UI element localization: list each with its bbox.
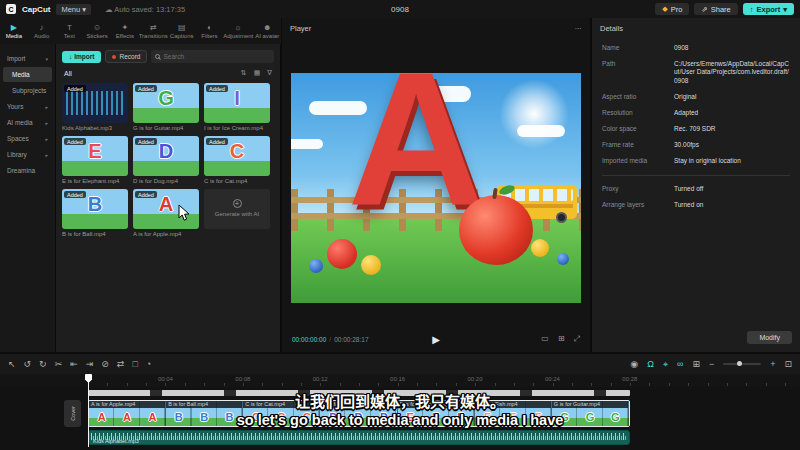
fullscreen-icon[interactable]: ⤢ [574,334,580,344]
top-tab[interactable]: ▤ Captions [168,18,196,44]
undo-icon[interactable]: ↺ [24,360,32,369]
top-tab[interactable]: ▶ Media [0,18,28,44]
capcut-window: C CapCut Menu ▾ ☁ Auto saved: 13:17:35 0… [0,0,800,450]
delete-icon[interactable]: ⊘ [101,360,109,369]
yellow-ball [531,239,549,257]
record-dot-icon [112,55,116,59]
share-button[interactable]: ⇗Share [694,3,737,15]
media-thumbnail[interactable]: Added G [133,83,199,123]
top-tab[interactable]: ☻ AI avatar [253,18,281,44]
media-thumbnail[interactable]: Added C [204,136,270,176]
media-item[interactable]: Added B B is for Ball.mp4 [62,189,128,237]
media-item[interactable]: Added C C is for Cat.mp4 [204,136,270,184]
zoom-out-icon[interactable]: − [709,360,714,369]
media-item[interactable]: Added Kids Alphabet.mp3 [62,83,128,131]
modify-button[interactable]: Modify [747,331,792,344]
media-thumbnail[interactable]: Added [62,83,128,123]
speed-icon[interactable]: ◔ [146,360,151,369]
filter-icon[interactable]: ∇ [267,69,272,77]
top-tab[interactable]: T Text [55,18,83,44]
chevron-icon: ▸ [45,104,48,110]
preview-axis-icon[interactable]: ⊞ [692,360,700,369]
sidebar-item[interactable]: AI media ▸ [3,115,52,130]
audio-clip[interactable]: Kids Alphabet.mp3 [88,430,630,445]
media-item[interactable]: Added E E is for Elephant.mp4 [62,136,128,184]
blue-ball [557,253,569,265]
added-badge: Added [135,191,157,198]
sidebar-item-label: Import [7,55,25,62]
top-tab[interactable]: ◐ Filters [196,18,224,44]
ruler-mark: 00:16 [390,376,405,382]
media-item-name: Kids Alphabet.mp3 [62,125,128,131]
ratio-icon[interactable]: ▭ [541,334,549,344]
player-more-icon[interactable]: ⋯ [575,24,583,33]
sidebar-item[interactable]: Dreamina [3,163,52,178]
detail-value: Turned off [674,185,703,193]
search-box[interactable] [151,50,274,63]
pro-button[interactable]: ◆Pro [655,3,689,15]
media-sidebar: Import ▾ Media Subprojects Yours ▸ AI me… [0,44,55,352]
export-button[interactable]: ↑Export▾ [743,3,794,15]
top-tab[interactable]: ☼ Adjustment [223,18,253,44]
delete-right-icon[interactable]: ⇥ [86,360,94,369]
detail-row: Frame rate 30.00fps [602,141,790,149]
generate-ai-tile[interactable]: + Generate with AI [204,189,270,229]
import-button[interactable]: ↓Import [62,51,101,63]
media-thumbnail[interactable]: Added D [133,136,199,176]
zoom-slider-knob[interactable] [737,361,742,366]
filter-all-label[interactable]: All [64,70,72,77]
crop-icon[interactable]: □ [132,360,137,369]
linking-icon[interactable]: ∞ [677,360,683,369]
preview-grid-icon[interactable]: ⊞ [558,334,565,344]
media-thumbnail[interactable]: Added I [204,83,270,123]
top-tab[interactable]: ✦ Effects [111,18,139,44]
sidebar-item[interactable]: Import ▾ [3,51,52,66]
sidebar-item[interactable]: Yours ▸ [3,99,52,114]
snapping-icon[interactable]: ⌖ [663,360,668,369]
menu-button[interactable]: Menu ▾ [56,4,91,15]
zoom-slider[interactable] [723,363,761,365]
magnet-icon[interactable]: Ω [647,360,654,369]
detail-row: Color space Rec. 709 SDR [602,125,790,133]
top-tab[interactable]: ☺ Stickers [83,18,111,44]
detail-row: Path C:/Users/Emenws/AppData/Local/CapCu… [602,60,790,85]
play-button[interactable]: ▶ [432,334,440,345]
video-preview[interactable]: A [291,73,581,303]
sidebar-item[interactable]: Subprojects [3,83,52,98]
view-grid-icon[interactable]: ▦ [254,69,261,77]
media-thumbnail[interactable]: Added B [62,189,128,229]
top-tab[interactable]: ⇄ Transitions [139,18,168,44]
redo-icon[interactable]: ↻ [39,360,47,369]
top-tab[interactable]: ♪ Audio [28,18,56,44]
split-icon[interactable]: ✂ [55,360,63,369]
detail-value: 30.00fps [674,141,699,149]
media-thumbnail[interactable]: Added E [62,136,128,176]
record-button[interactable]: Record [105,50,147,63]
timeline-ruler[interactable]: 00:0400:0800:1200:1600:2000:2400:28 [0,374,800,387]
voiceover-icon[interactable]: ◉ [630,360,638,369]
added-badge: Added [135,138,157,145]
chevron-down-icon: ▾ [82,5,86,14]
added-badge: Added [206,138,228,145]
delete-left-icon[interactable]: ⇤ [70,360,78,369]
search-input[interactable] [163,53,270,60]
tab-icon: ▤ [178,24,186,32]
media-item[interactable]: Added D D is for Dog.mp4 [133,136,199,184]
sidebar-item[interactable]: Library ▸ [3,147,52,162]
player-panel: Player ⋯ A 00:00:00:00 [282,18,590,352]
export-icon: ↑ [750,5,754,14]
sort-icon[interactable]: ⇅ [241,69,247,77]
sidebar-item[interactable]: Spaces ▸ [3,131,52,146]
sidebar-item[interactable]: Media [3,67,52,82]
mirror-icon[interactable]: ⇄ [117,360,125,369]
added-badge: Added [135,85,157,92]
select-icon[interactable]: ↖ [8,360,16,369]
media-item[interactable]: Added G G is for Guitar.mp4 [133,83,199,131]
fit-timeline-icon[interactable]: ⊡ [784,360,792,369]
zoom-in-icon[interactable]: + [770,360,775,369]
detail-label: Proxy [602,185,674,193]
media-item[interactable]: Added I I is for Ice Cream.mp4 [204,83,270,131]
detail-value: Adapted [674,109,698,117]
cloud-icon [291,139,323,149]
tab-icon: ⇄ [150,24,157,32]
